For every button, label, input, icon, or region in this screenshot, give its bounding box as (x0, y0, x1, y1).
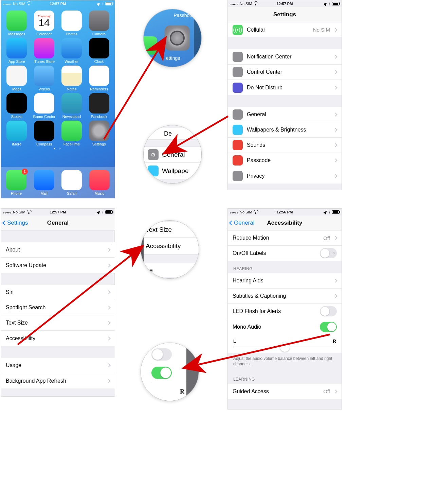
row-mono-audio[interactable]: Mono Audio (228, 319, 342, 334)
back-button[interactable]: Settings (1, 220, 28, 226)
app-compass[interactable]: Compass (31, 121, 57, 146)
app-label: Camera (92, 32, 106, 36)
app-label: iMore (12, 142, 22, 146)
app-passbook[interactable]: Passbook (86, 93, 112, 119)
row-label: Usage (6, 362, 103, 368)
page-indicator[interactable]: ● ○ (1, 147, 115, 150)
chevron-right-icon (333, 174, 337, 178)
chevron-right-icon (107, 321, 110, 325)
chevron-right-icon (333, 236, 337, 240)
row-led-flash[interactable]: LED Flash for Alerts (228, 304, 342, 319)
chevron-right-icon (107, 363, 110, 367)
balance-slider[interactable]: LR (228, 334, 342, 353)
row-passcode[interactable]: Passcode (228, 153, 342, 168)
row-label: Accessibility (6, 335, 103, 342)
row-wallpapers[interactable]: Wallpapers & Brightness (228, 122, 342, 138)
chevron-right-icon (107, 336, 110, 340)
switch[interactable] (320, 306, 337, 316)
app-maps[interactable]: Maps (3, 66, 30, 91)
chevron-left-icon (2, 220, 7, 225)
app-reminders-icon (89, 66, 109, 86)
row-label: About (6, 247, 103, 253)
app-settings-icon (89, 121, 109, 141)
magnifier-general-row: De ⚙ General Wallpape (143, 125, 202, 184)
chevron-right-icon (333, 158, 337, 162)
app-gamecenter[interactable]: Game Center (31, 93, 57, 119)
row-bg-refresh[interactable]: Background App Refresh (1, 373, 115, 388)
wallpaper-icon (148, 166, 159, 176)
app-appstore[interactable]: App Store (3, 38, 30, 64)
row-accessibility[interactable]: Accessibility (1, 331, 115, 346)
row-control-center[interactable]: Control Center (228, 65, 342, 80)
row-label: Notification Center (247, 54, 330, 60)
app-videos[interactable]: Videos (31, 66, 57, 91)
panel-general: No SIM 12:57 PM ᚼ Settings General About… (1, 208, 115, 397)
back-button[interactable]: General (228, 220, 254, 226)
row-label: Text Size (6, 320, 103, 326)
row-label: General (247, 111, 330, 118)
gear-icon: ⚙ (148, 149, 159, 160)
app-stocks[interactable]: Stocks (3, 93, 30, 119)
app-mail-icon (34, 170, 54, 190)
magnifier-accessibility-row: Text Size Accessibility ge (141, 220, 199, 279)
row-privacy[interactable]: Privacy (228, 168, 342, 184)
app-phone-icon: 1 (6, 170, 26, 190)
row-cellular[interactable]: ((•)) Cellular No SIM (228, 22, 342, 37)
row-spotlight[interactable]: Spotlight Search (1, 300, 115, 315)
row-icon (233, 155, 243, 166)
app-passbook-icon (89, 93, 109, 114)
chevron-right-icon (333, 143, 337, 147)
row-reduce-motion[interactable]: Reduce Motion Off (228, 230, 342, 246)
row-about[interactable]: About (1, 242, 115, 258)
switch-onoff-labels[interactable] (320, 248, 337, 258)
app-safari[interactable]: Safari (58, 170, 85, 195)
status-bar: No SIM 12:57 PM ᚼ (1, 0, 115, 7)
magnifier-mono-audio-toggle: R (141, 343, 199, 401)
app-reminders[interactable]: Reminders (86, 66, 112, 91)
row-general[interactable]: General (228, 107, 342, 122)
status-bar: No SIM 12:57 PM ᚼ (1, 209, 115, 215)
row-text-size[interactable]: Text Size (1, 315, 115, 331)
app-label: iTunes Store (34, 59, 55, 64)
app-weather[interactable]: Weather (58, 38, 85, 64)
app-itunes[interactable]: iTunes Store (31, 38, 57, 64)
app-imore[interactable]: iMore (3, 121, 30, 146)
app-photos[interactable]: Photos (58, 11, 85, 36)
row-siri[interactable]: Siri (1, 285, 115, 300)
chevron-right-icon (333, 294, 337, 298)
slider-thumb[interactable] (280, 342, 290, 352)
chevron-right-icon (333, 112, 337, 116)
row-hearing-aids[interactable]: Hearing Aids (228, 273, 342, 289)
row-notification-center[interactable]: Notification Center (228, 49, 342, 65)
app-label: Game Center (33, 115, 55, 119)
balance-footer-note: Adjust the audio volume balance between … (228, 353, 342, 371)
app-settings[interactable]: Settings (86, 121, 112, 146)
row-subtitles[interactable]: Subtitles & Captioning (228, 289, 342, 304)
status-bar: No SIM 12:57 PM ᚼ (228, 0, 342, 7)
app-notes[interactable]: Notes (58, 66, 85, 91)
row-label: Privacy (247, 173, 330, 179)
app-music[interactable]: Music (86, 170, 113, 195)
row-sounds[interactable]: Sounds (228, 138, 342, 153)
row-software-update[interactable]: Software Update (1, 258, 115, 273)
app-camera[interactable]: Camera (86, 11, 112, 36)
app-mail[interactable]: Mail (31, 170, 57, 195)
panel-settings: No SIM 12:57 PM ᚼ Settings ((•)) Cellula… (227, 0, 342, 190)
row-value: No SIM (313, 27, 330, 33)
row-label: Background App Refresh (6, 378, 103, 384)
row-do-not-disturb[interactable]: Do Not Disturb (228, 80, 342, 95)
row-usage[interactable]: Usage (1, 358, 115, 373)
app-clock[interactable]: Clock (86, 38, 112, 64)
app-label: Stocks (11, 115, 22, 119)
app-appstore-icon (6, 38, 27, 58)
app-messages[interactable]: Messages (3, 11, 30, 36)
app-facetime[interactable]: FaceTime (58, 121, 85, 146)
app-calendar[interactable]: Thursday14Calendar (31, 11, 57, 36)
switch[interactable] (320, 322, 337, 332)
app-phone[interactable]: 1Phone (3, 170, 30, 195)
app-newsstand[interactable]: Newsstand (58, 93, 85, 119)
row-guided-access[interactable]: Guided Access Off (228, 384, 342, 399)
row-onoff-labels[interactable]: On/Off Labels (228, 246, 342, 261)
row-label: Sounds (247, 142, 330, 148)
row-label: Software Update (6, 262, 103, 268)
